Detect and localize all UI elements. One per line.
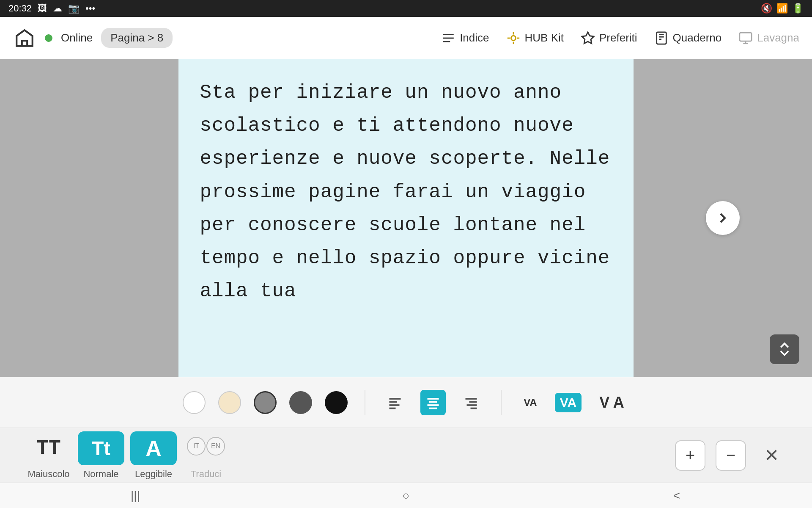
page-content: Sta per iniziare un nuovo anno scolastic…	[178, 59, 633, 377]
toolbar2: TT Maiuscolo Tt Normale A Leggibile IT E…	[0, 428, 812, 483]
bottom-menu-button[interactable]: |||	[125, 489, 146, 502]
svg-rect-13	[740, 33, 752, 41]
align-center-button[interactable]	[420, 390, 446, 415]
left-sidebar	[0, 59, 178, 377]
leggibile-button[interactable]: A Leggibile	[130, 431, 177, 480]
online-status-dot	[45, 34, 52, 42]
svg-marker-8	[582, 32, 594, 43]
scroll-button[interactable]	[770, 334, 799, 364]
va-large-button[interactable]: V A	[594, 391, 629, 414]
cloud-icon: ☁	[53, 3, 62, 14]
zoom-in-button[interactable]: +	[675, 440, 705, 471]
photo-icon: 🖼	[38, 3, 47, 14]
maiuscolo-button[interactable]: TT Maiuscolo	[25, 431, 72, 480]
status-bar-right: 🔇 📶 🔋	[761, 3, 804, 14]
quaderno-button[interactable]: Quaderno	[654, 31, 722, 45]
bottom-home-button[interactable]: ○	[395, 489, 417, 502]
bottom-back-button[interactable]: <	[666, 489, 687, 502]
camera-icon: 📷	[68, 3, 80, 14]
va-small-button[interactable]: VA	[518, 394, 542, 411]
divider1	[365, 390, 365, 415]
toolbar1: VA VA V A	[0, 377, 812, 428]
bottom-nav: ||| ○ <	[0, 483, 812, 508]
battery-icon: 🔋	[792, 3, 804, 14]
align-left-button[interactable]	[382, 390, 408, 415]
wifi-icon: 📶	[776, 3, 788, 14]
right-sidebar	[634, 59, 812, 377]
hubkit-button[interactable]: HUB Kit	[506, 31, 564, 45]
mute-icon: 🔇	[761, 3, 772, 14]
color-cream-button[interactable]	[218, 391, 241, 414]
leggibile-icon: A	[130, 431, 177, 465]
page-text: Sta per iniziare un nuovo anno scolastic…	[200, 76, 612, 308]
align-right-button[interactable]	[458, 390, 484, 415]
color-white-button[interactable]	[183, 391, 206, 414]
color-black-button[interactable]	[325, 391, 348, 414]
indice-button[interactable]: Indice	[441, 31, 489, 45]
traduci-label: Traduci	[191, 469, 222, 480]
maiuscolo-label: Maiuscolo	[27, 469, 69, 480]
top-nav-right: Indice HUB Kit Preferiti	[441, 31, 799, 45]
status-bar: 20:32 🖼 ☁ 📷 ••• 🔇 📶 🔋	[0, 0, 812, 17]
lavagna-button[interactable]: Lavagna	[738, 31, 799, 45]
traduci-button[interactable]: IT EN Traduci	[183, 431, 229, 480]
color-midgray-button[interactable]	[254, 391, 277, 414]
normale-icon: Tt	[78, 431, 124, 465]
next-page-button[interactable]	[706, 201, 740, 235]
page-badge[interactable]: Pagina > 8	[101, 28, 173, 48]
status-bar-left: 20:32 🖼 ☁ 📷 •••	[8, 3, 95, 14]
va-medium-button[interactable]: VA	[555, 393, 582, 412]
status-time: 20:32	[8, 3, 32, 14]
color-darkgray-button[interactable]	[289, 391, 312, 414]
top-nav: Online Pagina > 8 Indice HUB Kit	[0, 17, 812, 59]
more-icon: •••	[85, 3, 95, 14]
main-area: Sta per iniziare un nuovo anno scolastic…	[0, 59, 812, 377]
top-nav-left: Online Pagina > 8	[13, 26, 173, 50]
svg-point-3	[511, 36, 516, 40]
close-toolbar-button[interactable]: ✕	[756, 440, 787, 471]
zoom-controls: + − ✕	[675, 440, 787, 471]
normale-label: Normale	[83, 469, 118, 480]
maiuscolo-icon: TT	[25, 431, 72, 465]
online-label: Online	[61, 31, 93, 44]
normale-button[interactable]: Tt Normale	[78, 431, 124, 480]
traduci-icon: IT EN	[183, 431, 229, 465]
divider2	[501, 390, 502, 415]
zoom-out-button[interactable]: −	[716, 440, 746, 471]
leggibile-label: Leggibile	[135, 469, 172, 480]
home-button[interactable]	[13, 26, 36, 50]
preferiti-button[interactable]: Preferiti	[581, 31, 637, 45]
